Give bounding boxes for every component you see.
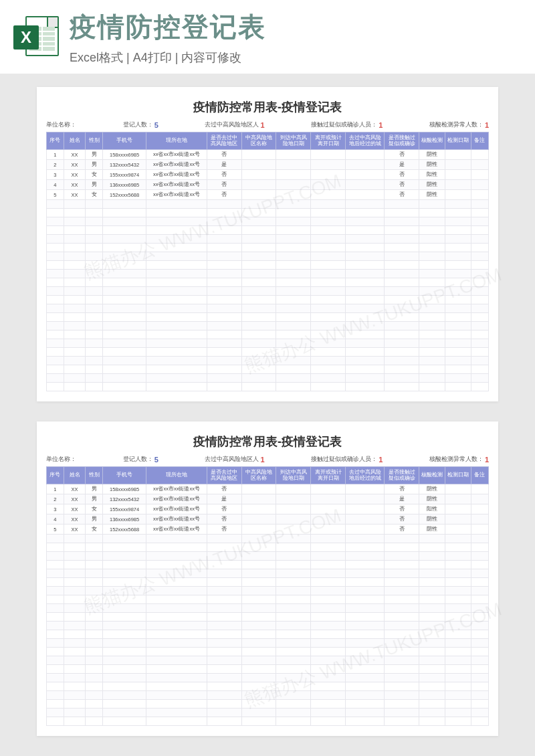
table-cell <box>471 287 488 296</box>
table-cell <box>47 270 64 278</box>
table-row <box>47 569 489 578</box>
table-cell <box>311 170 346 180</box>
table-cell <box>311 374 346 383</box>
table-cell: XX <box>64 150 85 160</box>
table-cell <box>207 261 241 270</box>
table-cell <box>64 691 85 700</box>
table-cell <box>385 200 419 209</box>
table-cell <box>276 613 311 622</box>
table-cell <box>445 217 471 226</box>
table-cell <box>471 484 488 494</box>
table-cell <box>311 160 346 170</box>
table-cell: XX <box>64 180 85 190</box>
table-cell: 否 <box>207 504 241 514</box>
table-cell <box>241 682 276 691</box>
table-row <box>47 244 489 252</box>
table-cell: 女 <box>86 190 103 200</box>
table-cell <box>385 578 419 587</box>
table-cell <box>276 348 311 357</box>
table-cell <box>86 569 103 578</box>
table-cell <box>346 613 385 622</box>
table-cell <box>207 244 241 252</box>
table-cell <box>103 261 146 270</box>
table-cell <box>445 357 471 365</box>
table-cell <box>86 322 103 330</box>
table-cell <box>47 717 64 726</box>
table-cell <box>207 543 241 552</box>
table-cell: xx省xx市xx街道xx号 <box>146 190 207 200</box>
table-cell: 2 <box>47 160 64 170</box>
table-cell <box>47 339 64 348</box>
table-cell: 5 <box>47 525 64 535</box>
table-cell <box>311 484 346 494</box>
table-cell <box>445 252 471 261</box>
table-cell <box>311 261 346 270</box>
table-cell <box>241 348 276 357</box>
table-cell <box>445 322 471 330</box>
table-cell <box>64 630 85 639</box>
table-cell <box>311 674 346 682</box>
column-header: 离开或预计离开日期 <box>311 467 346 484</box>
table-cell <box>419 682 445 691</box>
table-cell <box>419 357 445 365</box>
table-cell <box>276 160 311 170</box>
table-cell <box>311 365 346 374</box>
table-cell <box>103 543 146 552</box>
table-cell <box>471 365 488 374</box>
table-cell <box>346 682 385 691</box>
table-cell <box>86 287 103 296</box>
table-cell <box>207 304 241 313</box>
table-cell <box>445 656 471 665</box>
table-cell <box>419 622 445 630</box>
table-cell: 155xxxx9874 <box>103 170 146 180</box>
table-cell <box>385 708 419 717</box>
table-cell <box>419 235 445 244</box>
table-cell <box>86 630 103 639</box>
table-cell <box>346 244 385 252</box>
table-row <box>47 648 489 656</box>
table-cell: 否 <box>385 170 419 180</box>
table-cell <box>47 296 64 304</box>
table-cell <box>241 365 276 374</box>
table-cell <box>86 561 103 569</box>
table-cell <box>445 630 471 639</box>
table-cell <box>64 578 85 587</box>
table-cell <box>311 639 346 648</box>
table-cell: XX <box>64 170 85 180</box>
contact-label: 接触过疑似或确诊人员：1 <box>311 455 383 464</box>
column-header: 到达中高风险地日期 <box>276 132 311 150</box>
column-header: 姓名 <box>64 132 85 150</box>
sheet-title: 疫情防控常用表-疫情登记表 <box>46 99 489 115</box>
table-cell <box>276 322 311 330</box>
table-cell <box>86 674 103 682</box>
table-row <box>47 261 489 270</box>
table-cell <box>445 330 471 339</box>
table-cell <box>445 235 471 244</box>
table-cell <box>207 235 241 244</box>
table-cell <box>385 630 419 639</box>
table-cell <box>276 514 311 525</box>
table-cell <box>103 613 146 622</box>
table-cell <box>241 217 276 226</box>
table-cell: 男 <box>86 150 103 160</box>
table-cell <box>385 217 419 226</box>
table-cell: 否 <box>207 525 241 535</box>
table-cell: 阴性 <box>419 525 445 535</box>
table-cell <box>346 270 385 278</box>
table-cell: 否 <box>207 514 241 525</box>
table-cell <box>47 278 64 287</box>
table-cell <box>207 200 241 209</box>
table-cell: 132xxxx5432 <box>103 160 146 170</box>
table-cell <box>385 278 419 287</box>
table-cell: 女 <box>86 170 103 180</box>
table-cell <box>146 287 207 296</box>
table-cell <box>146 357 207 365</box>
table-row <box>47 217 489 226</box>
table-cell <box>276 604 311 613</box>
table-cell <box>276 504 311 514</box>
table-cell <box>207 339 241 348</box>
table-cell <box>471 330 488 339</box>
table-cell <box>346 170 385 180</box>
table-cell <box>419 252 445 261</box>
table-cell <box>47 374 64 383</box>
